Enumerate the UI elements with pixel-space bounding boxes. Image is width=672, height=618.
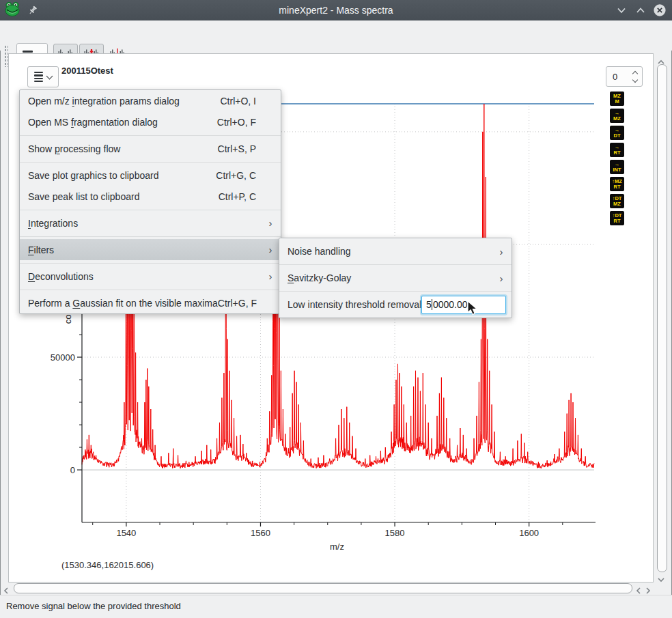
text-caret	[432, 299, 432, 310]
menu-item-noise-handling[interactable]: Noise handling›	[279, 238, 512, 264]
scroll-left-icon[interactable]	[3, 585, 10, 591]
menu-item-label: Perform a Gaussian fit on the visible ma…	[28, 298, 218, 309]
x-tick-label: 1600	[509, 528, 550, 538]
menu-item-label: Open MS fragmentation dialog	[28, 117, 158, 128]
submenu-arrow-icon: ›	[266, 244, 275, 255]
status-bar: Remove signal below the provided thresho…	[0, 595, 672, 618]
menu-item-shortcut: Ctrl+O, F	[217, 117, 266, 128]
x-tick-label: 1580	[374, 528, 415, 538]
x-axis-label: m/z	[330, 542, 344, 552]
menu-item-label: Save plot graphics to clipboard	[28, 170, 158, 181]
menu-item-save-peak-list-to-clipboard[interactable]: Save peak list to clipboardCtrl+P, C	[20, 186, 281, 207]
menu-item-perform-a-gaussian-fit-on-the-vi[interactable]: Perform a Gaussian fit on the visible ma…	[20, 292, 281, 313]
menu-separator	[20, 260, 281, 266]
status-message: Remove signal below the provided thresho…	[6, 601, 181, 611]
menu-item-shortcut: Ctrl+S, P	[218, 143, 266, 154]
minimize-button[interactable]	[615, 3, 628, 17]
menu-item-label: Savitzky-Golay	[288, 272, 351, 283]
menu-item-shortcut: Ctrl+G, F	[218, 298, 266, 309]
horizontal-scrollbar-thumb[interactable]	[14, 583, 632, 593]
menu-item-show-processing-flow[interactable]: Show processing flowCtrl+S, P	[20, 138, 281, 159]
menu-separator	[20, 234, 281, 239]
menu-item-label: Filters	[28, 244, 54, 255]
menu-separator	[20, 132, 281, 138]
menu-item-shortcut: Ctrl+P, C	[219, 191, 266, 202]
submenu-arrow-icon: ›	[496, 272, 506, 284]
menu-separator	[20, 287, 281, 292]
app-frog-icon	[4, 1, 20, 20]
threshold-input[interactable]: 50000.00	[421, 296, 506, 314]
menu-item-integrations[interactable]: Integrations›	[20, 212, 281, 234]
close-button[interactable]	[653, 3, 667, 17]
submenu-arrow-icon: ›	[266, 270, 275, 282]
maximize-button[interactable]	[634, 3, 647, 17]
scroll-left-icon[interactable]	[635, 585, 642, 591]
application-window: mineXpert2 - Mass spectra	[0, 0, 672, 618]
submenu-arrow-icon: ›	[266, 217, 275, 229]
menu-item-shortcut: Ctrl+O, I	[220, 96, 266, 107]
y-tick-label: 0	[34, 465, 75, 475]
pin-icon[interactable]	[26, 3, 40, 17]
cursor-coordinates: (1530.346,162015.606)	[61, 560, 154, 570]
scroll-down-icon[interactable]	[658, 574, 664, 580]
mouse-cursor	[467, 300, 482, 320]
menu-item-savitzky-golay[interactable]: Savitzky-Golay›	[279, 264, 512, 291]
x-tick-label: 1540	[106, 528, 147, 538]
vertical-scrollbar-thumb[interactable]	[657, 64, 667, 572]
menu-item-open-ms-fragmentation-dialog[interactable]: Open MS fragmentation dialogCtrl+O, F	[20, 111, 281, 132]
menu-item-shortcut: Ctrl+G, C	[216, 170, 266, 181]
menu-item-label: Open m/z integration params dialog	[28, 96, 180, 107]
submenu-arrow-icon: ›	[496, 246, 506, 257]
y-tick-label: 50000	[34, 352, 75, 363]
menu-item-open-m-z-integration-params-dial[interactable]: Open m/z integration params dialogCtrl+O…	[20, 90, 281, 111]
x-tick-label: 1560	[240, 528, 281, 538]
menu-item-label: Save peak list to clipboard	[28, 191, 139, 202]
menu-separator	[20, 207, 281, 212]
menu-item-label: Low intensity threshold removal	[288, 299, 421, 310]
menu-item-label: Noise handling	[288, 246, 351, 257]
menu-item-label: Deconvolutions	[28, 271, 94, 282]
vertical-scrollbar[interactable]	[654, 55, 669, 582]
scroll-up-icon[interactable]	[658, 56, 664, 63]
menu-item-save-plot-graphics-to-clipboard[interactable]: Save plot graphics to clipboardCtrl+G, C	[20, 165, 281, 186]
menu-separator	[20, 159, 281, 165]
horizontal-scrollbar[interactable]	[0, 582, 653, 594]
menu-item-filters[interactable]: Filters›	[20, 239, 281, 260]
context-menu: Open m/z integration params dialogCtrl+O…	[19, 89, 281, 314]
menu-item-label: Show processing flow	[28, 143, 120, 154]
menu-item-deconvolutions[interactable]: Deconvolutions›	[20, 266, 281, 287]
menu-item-label: Integrations	[28, 218, 78, 229]
scroll-right-icon[interactable]	[645, 585, 652, 591]
